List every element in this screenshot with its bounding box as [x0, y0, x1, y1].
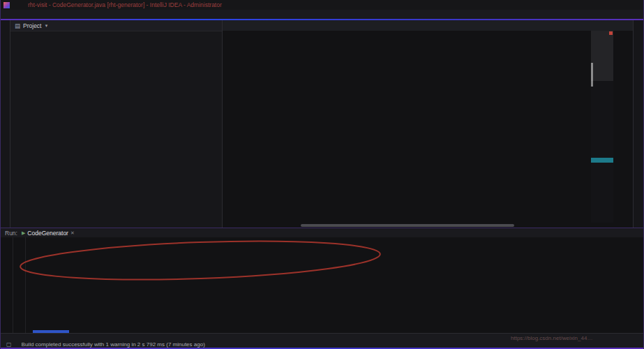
- run-label: Run:: [5, 230, 17, 237]
- code-minimap[interactable]: [591, 31, 613, 223]
- run-panel: Run: ▶ CodeGenerator ✕: [1, 228, 643, 333]
- project-panel-icon: ▤: [15, 22, 20, 29]
- console-output: [26, 237, 643, 333]
- ide-window: rht-visit - CodeGenerator.java [rht-gene…: [0, 0, 644, 349]
- project-panel-header: ▤ Project ▼: [10, 20, 222, 31]
- console-toolbar: [13, 237, 26, 333]
- error-stripe-indicator: [609, 31, 613, 35]
- minimap-scroll-thumb[interactable]: [591, 63, 593, 87]
- run-tab[interactable]: ▶ CodeGenerator ✕: [22, 230, 75, 237]
- run-console-area: [1, 237, 643, 333]
- run-toolbar-left: [1, 237, 13, 333]
- code-editor[interactable]: [223, 31, 633, 228]
- minimap-highlight: [591, 158, 613, 163]
- console-icon[interactable]: ▢: [6, 341, 12, 348]
- window-title: rht-visit - CodeGenerator.java [rht-gene…: [28, 1, 632, 8]
- status-message: Build completed successfully with 1 warn…: [22, 341, 628, 348]
- running-process-icon: ▶: [22, 230, 25, 236]
- project-tree: [10, 31, 222, 228]
- project-panel: ▤ Project ▼: [10, 20, 223, 228]
- left-tool-strip: [1, 20, 10, 228]
- run-panel-header: Run: ▶ CodeGenerator ✕: [1, 228, 643, 237]
- status-bar: ▢ Build completed successfully with 1 wa…: [1, 341, 643, 348]
- navigation-bar: [1, 10, 643, 19]
- intellij-logo-icon: [3, 2, 10, 8]
- editor-area: [223, 20, 633, 228]
- minimap-viewport[interactable]: [591, 31, 613, 81]
- title-bar: rht-visit - CodeGenerator.java [rht-gene…: [1, 0, 643, 10]
- chevron-down-icon[interactable]: ▼: [45, 24, 49, 28]
- editor-tabs: [223, 20, 633, 31]
- tool-window-bar: [1, 333, 643, 341]
- project-panel-title[interactable]: Project: [23, 22, 41, 29]
- right-tool-strip: [633, 20, 643, 228]
- close-icon[interactable]: ✕: [70, 230, 75, 236]
